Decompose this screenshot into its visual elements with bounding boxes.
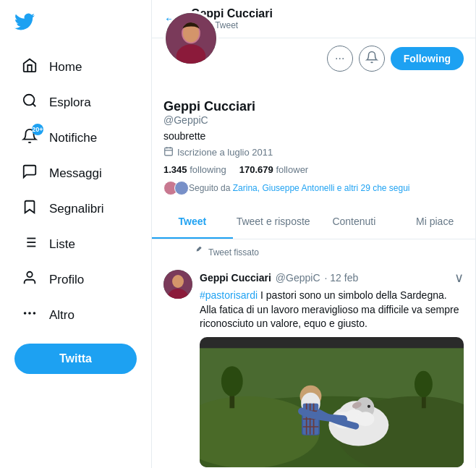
- svg-rect-16: [165, 148, 173, 156]
- sidebar-item-lists[interactable]: Liste: [14, 227, 137, 261]
- tweet-body: Geppi Cucciari @GeppiC · 12 feb ∨ #pasto…: [200, 270, 464, 468]
- sidebar-item-more-label: Altro: [49, 308, 75, 323]
- sidebar-item-explore-label: Esplora: [49, 95, 91, 110]
- followers-count: 170.679: [239, 164, 273, 175]
- followed-by-link[interactable]: Zarina, Giuseppe Antonelli e altri 29 ch…: [233, 183, 410, 193]
- calendar-icon: [163, 146, 174, 158]
- svg-point-48: [357, 412, 375, 426]
- profile-bio: soubrette: [163, 130, 464, 142]
- sidebar-item-messages-label: Messaggi: [49, 166, 102, 181]
- bell-icon: [365, 51, 378, 67]
- explore-icon: [20, 93, 39, 112]
- tweet-section: Tweet fissato Geppi Cucciari @GeppiC · 1…: [152, 239, 475, 468]
- sidebar-item-explore[interactable]: Esplora: [14, 85, 137, 119]
- svg-point-9: [29, 312, 30, 314]
- more-options-icon: ···: [335, 52, 344, 65]
- following-stat[interactable]: 1.345 following: [163, 164, 226, 175]
- svg-point-11: [25, 312, 26, 314]
- joined-text: Iscrizione a luglio 2011: [177, 147, 273, 158]
- profile-avatar-wrap: [163, 11, 218, 66]
- sidebar-item-more[interactable]: Altro: [14, 298, 137, 332]
- svg-point-8: [27, 272, 32, 277]
- followed-by-text: Seguito da Zarina, Giuseppe Antonelli e …: [189, 183, 410, 193]
- tweet-text: #pastorisardi I pastori sono un simbolo …: [200, 289, 464, 331]
- tweet-meta: Geppi Cucciari @GeppiC · 12 feb ∨: [200, 270, 464, 286]
- followed-avatars: [163, 181, 185, 195]
- sidebar-item-notifications-label: Notifiche: [49, 131, 97, 145]
- notification-badge: 20+: [32, 124, 43, 135]
- tweet-date: · 12 feb: [325, 272, 359, 284]
- home-icon: [20, 57, 39, 77]
- main-content: ← Geppi Cucciari 1.836 Tweet ···: [152, 0, 476, 468]
- profile-stats: 1.345 following 170.679 follower: [163, 164, 464, 175]
- followers-label: follower: [276, 164, 308, 175]
- profile-info: Geppi Cucciari @GeppiC soubrette Iscrizi…: [152, 96, 475, 205]
- more-options-button[interactable]: ···: [327, 46, 353, 72]
- profile-tabs: Tweet Tweet e risposte Contenuti Mi piac…: [152, 205, 475, 239]
- svg-point-28: [221, 366, 243, 396]
- followed-avatar-2: [174, 181, 189, 195]
- tweet-handle: @GeppiC: [276, 272, 320, 284]
- sidebar-item-bookmarks-label: Segnalibri: [49, 202, 104, 216]
- pinned-label: Tweet fissato: [195, 247, 464, 258]
- tweet-image: [200, 337, 464, 467]
- more-icon: [20, 305, 39, 325]
- tweet-avatar: [163, 270, 192, 299]
- sidebar-item-lists-label: Liste: [49, 237, 75, 252]
- tab-replies[interactable]: Tweet e risposte: [233, 205, 314, 239]
- twitter-logo-icon: [14, 12, 35, 37]
- svg-point-30: [415, 371, 433, 398]
- pinned-text: Tweet fissato: [208, 247, 259, 258]
- following-label: following: [190, 164, 226, 175]
- tab-likes[interactable]: Mi piace: [394, 205, 475, 239]
- tweet-button[interactable]: Twitta: [14, 344, 137, 374]
- sidebar-item-home[interactable]: Home: [14, 50, 137, 84]
- messages-icon: [20, 163, 39, 183]
- profile-handle: @GeppiC: [163, 114, 464, 126]
- tab-media[interactable]: Contenuti: [314, 205, 395, 239]
- profile-name: Geppi Cucciari: [163, 99, 464, 114]
- pin-icon: [195, 247, 205, 258]
- sidebar-item-home-label: Home: [49, 60, 82, 75]
- sidebar-item-messages[interactable]: Messaggi: [14, 156, 137, 190]
- followers-stat[interactable]: 170.679 follower: [239, 164, 308, 175]
- sidebar-item-notifications[interactable]: 20+ Notifiche: [14, 121, 137, 155]
- sidebar-item-bookmarks[interactable]: Segnalibri: [14, 192, 137, 226]
- profile-icon: [20, 270, 39, 289]
- notifications-bell-button[interactable]: [359, 46, 385, 72]
- profile-followed-by: Seguito da Zarina, Giuseppe Antonelli e …: [163, 181, 464, 195]
- svg-point-10: [34, 312, 35, 314]
- lists-icon: [20, 234, 39, 254]
- sidebar-item-profile[interactable]: Profilo: [14, 263, 137, 297]
- svg-point-0: [24, 95, 35, 106]
- svg-point-45: [367, 405, 370, 408]
- tab-tweets[interactable]: Tweet: [152, 205, 233, 239]
- notifications-icon: 20+: [20, 128, 39, 148]
- profile-avatar: [163, 11, 218, 66]
- bookmarks-icon: [20, 199, 39, 218]
- hashtag-link[interactable]: #pastorisardi: [200, 289, 258, 301]
- sidebar: Home Esplora 20+ Notifiche Messaggi Segn…: [0, 0, 152, 468]
- tweet-author: Geppi Cucciari: [200, 272, 271, 284]
- tweet-more-button[interactable]: ∨: [454, 270, 464, 286]
- svg-line-1: [33, 103, 35, 106]
- profile-joined: Iscrizione a luglio 2011: [163, 146, 464, 158]
- sidebar-item-profile-label: Profilo: [49, 273, 84, 287]
- pinned-tweet: Geppi Cucciari @GeppiC · 12 feb ∨ #pasto…: [163, 263, 464, 468]
- svg-point-21: [172, 275, 184, 288]
- following-count: 1.345: [163, 164, 187, 175]
- following-button[interactable]: Following: [391, 47, 464, 70]
